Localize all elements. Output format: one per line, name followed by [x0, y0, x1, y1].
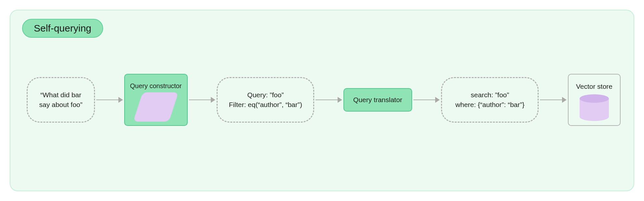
translated-query-text: search: ”foo” where: {“author”: “bar”}	[455, 90, 524, 110]
query-constructor-label: Query constructor	[130, 82, 182, 90]
structured-line-2: Filter: eq(“author”, “bar”)	[229, 100, 302, 110]
parallelogram-icon	[133, 92, 179, 122]
query-translator-node: Query translator	[343, 88, 412, 112]
query-translator-label: Query translator	[353, 96, 402, 104]
vector-store-node: Vector store	[568, 74, 621, 126]
input-line-2: say about foo”	[39, 100, 82, 110]
query-constructor-node: Query constructor	[124, 74, 188, 126]
translated-query-node: search: ”foo” where: {“author”: “bar”}	[441, 77, 539, 123]
structured-line-1: Query: ”foo”	[229, 90, 302, 100]
vector-store-label: Vector store	[576, 83, 612, 90]
flow-row: “What did bar say about foo” Query const…	[27, 74, 621, 126]
structured-query-text: Query: ”foo” Filter: eq(“author”, “bar”)	[229, 90, 302, 110]
arrow-icon	[315, 100, 342, 100]
arrow-icon	[96, 100, 123, 100]
arrow-icon	[189, 100, 216, 100]
translated-line-2: where: {“author”: “bar”}	[455, 100, 524, 110]
input-line-1: “What did bar	[39, 90, 82, 100]
translated-line-1: search: ”foo”	[455, 90, 524, 100]
structured-query-node: Query: ”foo” Filter: eq(“author”, “bar”)	[217, 77, 314, 123]
database-icon	[580, 94, 609, 121]
diagram-container: Self-querying “What did bar say about fo…	[10, 10, 634, 191]
input-node: “What did bar say about foo”	[27, 77, 95, 123]
input-text: “What did bar say about foo”	[39, 90, 82, 110]
diagram-title: Self-querying	[22, 19, 103, 38]
arrow-icon	[413, 100, 440, 100]
arrow-icon	[540, 100, 567, 100]
